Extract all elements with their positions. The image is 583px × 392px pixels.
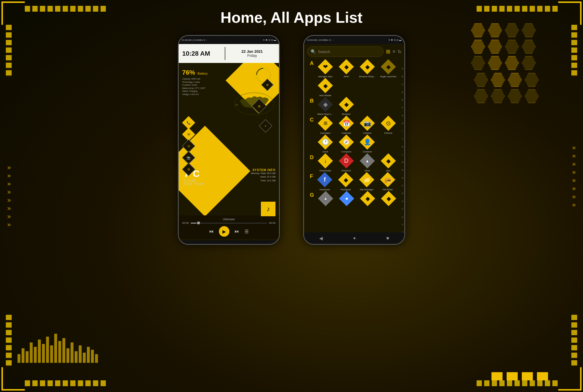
app-icon-settings[interactable]: ⚙ (182, 163, 195, 176)
browser-app-sym: ◆ (344, 101, 349, 108)
app-feetapart[interactable]: ◆ FeetApart (336, 172, 356, 191)
clock-sym: 🕐 (322, 138, 329, 145)
phone2-nav-recents[interactable]: ■ (386, 235, 389, 241)
section-D-apps: ↓ Downloads D Dream11 ▲ (315, 153, 398, 172)
phone2-nav-back[interactable]: ◀ (319, 235, 323, 241)
alpha-R[interactable]: R (402, 192, 404, 195)
list-view-btn[interactable]: ≡ (393, 49, 395, 54)
nav-back[interactable]: ◀ (194, 244, 197, 245)
alpha-C[interactable]: C (402, 83, 404, 86)
app-file-manager[interactable]: 📁 File Manager (357, 172, 377, 191)
g1-sym: ▲ (324, 196, 327, 201)
alpha-T[interactable]: T (402, 208, 404, 211)
app-g1[interactable]: ▲ (316, 191, 336, 207)
nav-recents[interactable]: ■ (261, 244, 264, 245)
alpha-H[interactable]: H (402, 122, 404, 125)
alpha-G[interactable]: G (402, 114, 404, 117)
playlist-button[interactable]: ☰ (245, 229, 249, 234)
play-button[interactable]: ▶ (219, 226, 229, 237)
phone1-day: Friday (229, 54, 275, 58)
fm-radio-sym: 📻 (384, 176, 391, 183)
weather-desc: CLEAR (184, 179, 204, 182)
app-icon-msg[interactable]: ✉ (182, 128, 195, 141)
alpha-V[interactable]: V (402, 223, 404, 226)
alpha-I[interactable]: I (402, 130, 404, 133)
section-C2: C 🕐 Clock 🧭 Compass (306, 134, 402, 153)
app-airtel[interactable]: ◆ Airtel (336, 59, 356, 78)
file-manager-name: File Manager (360, 188, 374, 191)
app-axis-mobile[interactable]: ◆ Axis Mobile (315, 78, 335, 97)
downloads-name: Downloads (319, 169, 331, 172)
alpha-M[interactable]: M (402, 161, 404, 164)
music-thumb (197, 222, 200, 224)
app-icon-grid[interactable]: ⊞ (252, 99, 267, 114)
feetapart-icon: ◆ (338, 172, 353, 187)
app-g2[interactable]: ◆ (337, 191, 357, 207)
alpha-N[interactable]: N (402, 169, 404, 172)
app-camera[interactable]: 📷 Camera (357, 116, 377, 135)
arrow-down-4: » (7, 189, 11, 195)
airtel-icon: ◆ (339, 59, 354, 74)
alpha-S[interactable]: S (402, 200, 404, 203)
nav-home[interactable]: ● (228, 244, 231, 245)
app-angle-launcher[interactable]: ◆ Angle Launcher (378, 59, 398, 78)
calendar-sym: 📅 (343, 120, 350, 127)
alpha-L[interactable]: L (402, 153, 404, 156)
alpha-E[interactable]: E (402, 99, 404, 101)
app-icon-diamond-1[interactable]: ⚙ (261, 79, 273, 91)
frame-bracket-br (558, 367, 582, 391)
phone2-screen: 🔍 Search ⊞ ≡ ↻ A B C D E F (304, 44, 404, 245)
browser-app-name: Browser (342, 113, 350, 116)
app-clock[interactable]: 🕐 Clock (315, 134, 335, 153)
app-g4[interactable]: ◆ (379, 191, 398, 207)
alpha-B[interactable]: B (402, 75, 404, 78)
app-facebook[interactable]: f Facebook (315, 172, 335, 191)
section-letter-A: A (308, 59, 315, 67)
alpha-D[interactable]: D (402, 91, 404, 94)
file-manager-sym: 📁 (363, 176, 370, 183)
app-icon-phone[interactable]: 📞 (182, 116, 195, 129)
hatch-bot-right (477, 380, 558, 386)
app-contacts[interactable]: 👤 Contacts (357, 134, 377, 153)
app-calendar[interactable]: 📅 Calendar (336, 116, 356, 135)
fm-radio-name: FM Radio (383, 188, 393, 191)
camera-app-name: Camera (363, 132, 371, 135)
app-fm-radio[interactable]: 📻 FM Radio (378, 172, 398, 191)
app-icon-lines[interactable]: ≡ (259, 119, 272, 132)
app-icon-browser[interactable]: ⊙ (182, 139, 195, 152)
app-amazon[interactable]: ◆ Amazon Shop... (357, 59, 377, 78)
alpha-A[interactable]: A (402, 67, 404, 70)
grid-view-btn[interactable]: ⊞ (386, 48, 390, 55)
alpha-U[interactable]: U (402, 216, 404, 219)
alpha-O[interactable]: O (402, 177, 404, 180)
app-drive[interactable]: ▲ Drive (357, 153, 377, 172)
clock-icon: 🕐 (318, 134, 333, 150)
alpha-F[interactable]: F (402, 106, 404, 109)
calculator-icon: ⊞ (318, 116, 333, 131)
alpha-P[interactable]: P (402, 184, 404, 187)
app-downloads[interactable]: ↓ Downloads (315, 153, 335, 172)
app-calculator[interactable]: ⊞ Calculator (315, 116, 335, 135)
app-icon-camera[interactable]: 📷 (182, 151, 195, 164)
hatch-left-bot (6, 315, 12, 367)
music-progress-bar[interactable] (191, 223, 267, 224)
next-button[interactable]: ⏭ (235, 229, 239, 234)
app-compass[interactable]: 🧭 Compass (336, 134, 356, 153)
app-duo[interactable]: ◆ Duo (378, 153, 398, 172)
alpha-J[interactable]: J (402, 138, 404, 140)
alpha-K[interactable]: K (402, 145, 404, 148)
refresh-btn[interactable]: ↻ (398, 49, 401, 55)
app-g3[interactable]: ◆ (358, 191, 377, 207)
app-black-pearl[interactable]: ◆ Black Pearl L... (315, 97, 335, 116)
search-bar[interactable]: 🔍 Search (307, 46, 384, 57)
phone2-nav-home[interactable]: ● (353, 235, 356, 241)
section-letter-G: G (308, 191, 316, 199)
app-chrome[interactable]: ⊙ Chrome (378, 116, 398, 135)
app-browser[interactable]: ◆ Browser (336, 97, 356, 116)
phone2: 10:28 AM | 16.3KB/s ⊙ ··· ✦ ✱ ⊡ ⊡ ▬ 🔍 Se… (303, 35, 405, 245)
prev-button[interactable]: ⏮ (209, 229, 214, 234)
app-aarogya-setu[interactable]: ❤ Aarogya Setu (315, 59, 335, 78)
phone2-status-text: 10:28 AM | 16.3KB/s ⊙ ··· (307, 39, 333, 41)
app-dream11[interactable]: D Dream11 (336, 153, 356, 172)
phone1-body: 76% Battery Capacity: 4000 mah Technolog… (179, 63, 279, 232)
